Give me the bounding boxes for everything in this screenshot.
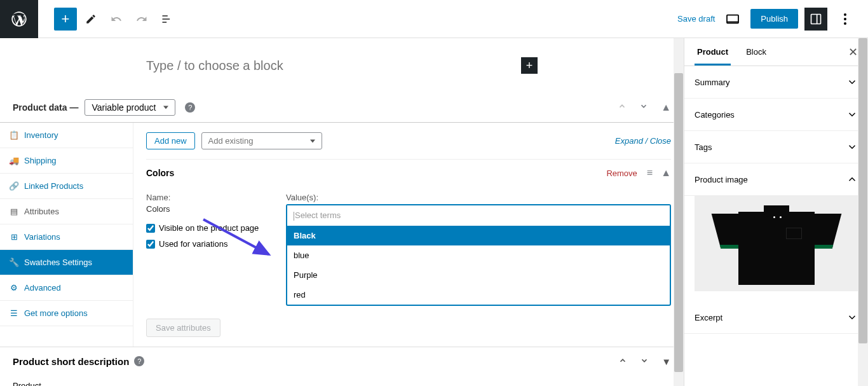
section-categories[interactable]: Categories <box>684 99 868 131</box>
product-image-preview[interactable] <box>684 196 868 301</box>
undo-icon[interactable] <box>105 8 128 31</box>
option-black[interactable]: Black <box>287 226 670 245</box>
breadcrumb-product[interactable]: Product <box>0 376 684 386</box>
settings-toggle-icon[interactable] <box>804 8 827 31</box>
short-desc-label: Product short description <box>13 356 129 367</box>
shipping-icon: 🚚 <box>9 156 19 165</box>
hamburger-icon: ☰ <box>9 308 19 318</box>
variations-icon: ⊞ <box>9 232 19 242</box>
redo-icon[interactable] <box>130 8 153 31</box>
tab-inventory[interactable]: 📋Inventory <box>0 123 133 148</box>
used-variations-checkbox[interactable] <box>146 240 155 249</box>
drag-handle-icon[interactable]: ≡ <box>647 167 651 179</box>
toggle-panel-icon[interactable]: ▼ <box>661 356 671 367</box>
block-placeholder[interactable]: Type / to choose a block <box>146 59 283 73</box>
move-up-icon[interactable] <box>618 356 627 367</box>
sidebar-tab-product[interactable]: Product <box>695 38 731 65</box>
product-data-label: Product data — <box>13 102 78 113</box>
attribute-name-value: Colors <box>146 204 261 214</box>
section-product-image[interactable]: Product image <box>684 163 868 196</box>
help-icon[interactable]: ? <box>134 356 144 366</box>
values-label: Value(s): <box>286 193 671 202</box>
expand-close-link[interactable]: Expand / Close <box>615 136 671 146</box>
visible-checkbox-row[interactable]: Visible on the product page <box>146 223 261 233</box>
section-summary[interactable]: Summary <box>684 66 868 99</box>
tab-attributes[interactable]: ▤Attributes <box>0 199 133 224</box>
option-purple[interactable]: Purple <box>287 265 670 285</box>
block-inserter-toggle[interactable]: + <box>54 8 77 31</box>
publish-button[interactable]: Publish <box>750 9 798 29</box>
editor-main: Type / to choose a block + Product data … <box>0 38 684 386</box>
add-block-button[interactable]: + <box>521 57 538 74</box>
option-blue[interactable]: blue <box>287 245 670 265</box>
attributes-icon: ▤ <box>9 207 19 216</box>
section-excerpt[interactable]: Excerpt <box>684 301 868 334</box>
product-data-header: Product data — Variable product ? ▲ <box>0 93 684 123</box>
preview-icon[interactable] <box>721 8 744 31</box>
wordpress-logo[interactable] <box>0 0 38 38</box>
close-icon[interactable]: ✕ <box>848 45 858 59</box>
save-attributes-button: Save attributes <box>146 319 220 337</box>
tab-shipping[interactable]: 🚚Shipping <box>0 148 133 174</box>
option-red[interactable]: red <box>287 285 670 305</box>
tab-variations[interactable]: ⊞Variations <box>0 224 133 250</box>
tab-get-more[interactable]: ☰Get more options <box>0 301 133 326</box>
link-icon: 🔗 <box>9 181 19 191</box>
settings-sidebar: Product Block ✕ Summary Categories Tags … <box>684 38 868 386</box>
tab-swatches-settings[interactable]: 🔧Swatches Settings <box>0 250 133 275</box>
attribute-values-select[interactable]: Select terms Black blue Purple red <box>286 204 671 306</box>
collapse-icon[interactable]: ▲ <box>661 167 671 179</box>
svg-point-5 <box>844 22 846 25</box>
product-type-select[interactable]: Variable product <box>85 99 175 116</box>
move-down-icon[interactable] <box>639 102 648 113</box>
move-up-icon[interactable] <box>618 102 627 113</box>
document-overview-icon[interactable] <box>156 8 179 31</box>
tab-linked-products[interactable]: 🔗Linked Products <box>0 174 133 199</box>
short-description-panel: Product short description ? ▼ <box>0 347 684 376</box>
remove-attribute-link[interactable]: Remove <box>606 169 637 178</box>
main-scrollbar[interactable] <box>674 38 684 386</box>
name-label: Name: <box>146 193 261 202</box>
toggle-panel-icon[interactable]: ▲ <box>661 102 671 113</box>
svg-point-4 <box>844 18 846 20</box>
product-shirt-image <box>713 202 840 285</box>
visible-checkbox[interactable] <box>146 224 155 233</box>
options-icon[interactable] <box>834 8 857 31</box>
attribute-title: Colors <box>146 168 174 178</box>
edit-tool-icon[interactable] <box>79 8 102 31</box>
add-new-attribute-button[interactable]: Add new <box>146 132 195 149</box>
sidebar-tab-block[interactable]: Block <box>743 38 769 65</box>
sidebar-scrollbar[interactable] <box>858 38 868 386</box>
editor-topbar: + Save draft Publish <box>0 0 868 38</box>
product-data-tabs: 📋Inventory 🚚Shipping 🔗Linked Products ▤A… <box>0 123 133 347</box>
add-existing-select[interactable]: Add existing <box>201 132 322 149</box>
section-tags[interactable]: Tags <box>684 131 868 163</box>
tab-advanced[interactable]: ⚙Advanced <box>0 275 133 301</box>
wrench-icon: 🔧 <box>9 258 19 267</box>
save-draft-link[interactable]: Save draft <box>677 14 715 24</box>
select-terms-input[interactable]: Select terms <box>287 205 670 226</box>
gear-icon: ⚙ <box>9 283 19 293</box>
inventory-icon: 📋 <box>9 130 19 140</box>
svg-rect-1 <box>811 14 821 24</box>
used-variations-checkbox-row[interactable]: Used for variations <box>146 239 261 249</box>
attribute-row-header: Colors Remove ≡ ▲ <box>146 159 671 186</box>
help-icon[interactable]: ? <box>185 102 195 113</box>
svg-point-3 <box>844 13 846 16</box>
move-down-icon[interactable] <box>640 356 649 367</box>
